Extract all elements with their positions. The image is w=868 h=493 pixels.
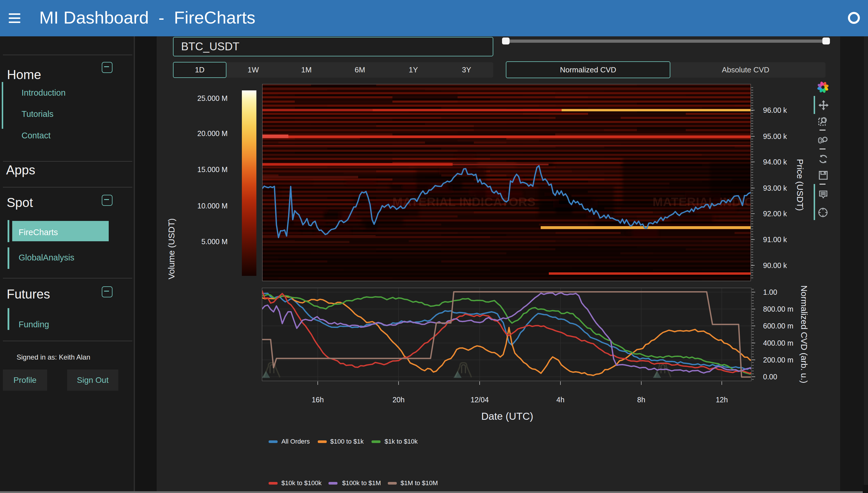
- svg-text:MATERIAL INDICATORS: MATERIAL INDICATORS: [392, 195, 536, 209]
